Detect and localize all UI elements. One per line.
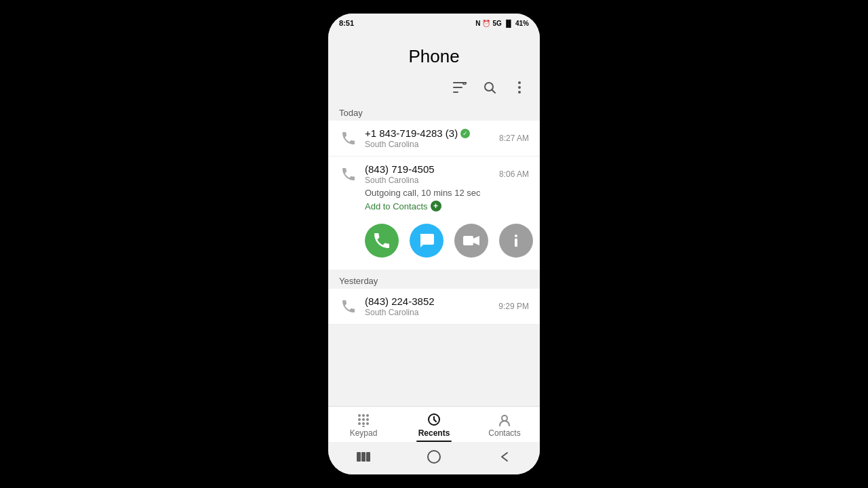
svg-line-5 bbox=[492, 90, 496, 94]
svg-rect-24 bbox=[357, 452, 361, 462]
call-number-3: (843) 224-3852 bbox=[365, 296, 498, 307]
nfc-icon: N bbox=[475, 20, 480, 27]
verified-icon-1: ✓ bbox=[460, 129, 470, 138]
info-action-button[interactable] bbox=[499, 224, 533, 258]
svg-rect-26 bbox=[366, 452, 370, 462]
nav-contacts[interactable]: Contacts bbox=[469, 407, 540, 442]
call-item-2-main: (843) 719-4505 South Carolina 8:06 AM bbox=[339, 163, 529, 185]
svg-point-15 bbox=[358, 418, 361, 421]
call-time-2: 8:06 AM bbox=[499, 169, 529, 179]
nav-recents-label: Recents bbox=[418, 428, 450, 438]
svg-point-20 bbox=[366, 422, 369, 425]
call-info-2: (843) 719-4505 South Carolina bbox=[365, 163, 499, 185]
signal-icon: ▐▌ bbox=[504, 20, 513, 27]
call-location-2: South Carolina bbox=[365, 176, 499, 185]
more-options-icon[interactable] bbox=[510, 78, 529, 97]
svg-point-12 bbox=[358, 414, 361, 417]
svg-point-10 bbox=[515, 235, 517, 237]
call-phone-icon-1 bbox=[339, 129, 358, 148]
call-item-1-main: +1 843-719-4283 (3) ✓ South Carolina 8:2… bbox=[339, 127, 529, 149]
svg-rect-2 bbox=[453, 92, 458, 93]
svg-point-13 bbox=[362, 414, 365, 417]
alarm-icon: ⏰ bbox=[482, 20, 490, 27]
call-time-3: 9:29 PM bbox=[498, 302, 529, 311]
call-time-1: 8:27 AM bbox=[499, 134, 529, 143]
status-bar: 8:51 N ⏰ 5G ▐▌ 41% bbox=[328, 14, 540, 30]
nav-contacts-label: Contacts bbox=[488, 428, 520, 438]
nav-back[interactable] bbox=[495, 447, 514, 466]
svg-point-18 bbox=[358, 422, 361, 425]
call-detail-text: Outgoing call, 10 mins 12 sec bbox=[365, 188, 529, 198]
svg-point-6 bbox=[518, 81, 521, 84]
svg-point-8 bbox=[518, 91, 521, 94]
svg-point-16 bbox=[362, 418, 365, 421]
app-title: Phone bbox=[328, 30, 540, 78]
call-item-3-main: (843) 224-3852 South Carolina 9:29 PM bbox=[339, 296, 529, 317]
app-content: Phone bbox=[328, 30, 540, 442]
call-phone-icon-2 bbox=[339, 165, 358, 184]
svg-point-23 bbox=[502, 415, 507, 421]
phone-frame: 8:51 N ⏰ 5G ▐▌ 41% Phone bbox=[328, 14, 540, 474]
call-number-2: (843) 719-4505 bbox=[365, 163, 499, 175]
nav-keypad-label: Keypad bbox=[350, 428, 378, 438]
nav-home[interactable] bbox=[425, 447, 443, 466]
battery-level: 41% bbox=[515, 20, 529, 27]
call-phone-icon-3 bbox=[339, 297, 358, 316]
add-contacts-plus-icon: + bbox=[431, 201, 441, 211]
toolbar bbox=[328, 78, 540, 102]
svg-point-27 bbox=[428, 451, 440, 463]
action-buttons bbox=[339, 221, 533, 263]
call-location-3: South Carolina bbox=[365, 308, 498, 317]
svg-rect-9 bbox=[463, 236, 473, 245]
add-to-contacts-button[interactable]: Add to Contacts + bbox=[365, 201, 529, 211]
svg-point-7 bbox=[518, 86, 521, 89]
call-info-1: +1 843-719-4283 (3) ✓ South Carolina bbox=[365, 127, 499, 149]
svg-rect-25 bbox=[361, 452, 366, 462]
section-today: Today bbox=[328, 102, 540, 121]
filter-icon[interactable] bbox=[450, 78, 469, 97]
nav-recents[interactable]: Recents bbox=[399, 407, 469, 442]
call-extra-2: Outgoing call, 10 mins 12 sec Add to Con… bbox=[339, 185, 529, 221]
call-item-3[interactable]: (843) 224-3852 South Carolina 9:29 PM bbox=[328, 289, 540, 325]
nav-recent-apps[interactable] bbox=[354, 447, 373, 466]
nav-keypad[interactable]: Keypad bbox=[328, 407, 399, 442]
svg-point-17 bbox=[366, 418, 369, 421]
system-bar bbox=[328, 442, 540, 474]
call-location-1: South Carolina bbox=[365, 140, 499, 149]
status-icons: N ⏰ 5G ▐▌ 41% bbox=[475, 20, 529, 27]
section-yesterday: Yesterday bbox=[328, 270, 540, 289]
svg-rect-0 bbox=[453, 82, 467, 83]
call-item-2[interactable]: (843) 719-4505 South Carolina 8:06 AM Ou… bbox=[328, 157, 540, 270]
call-item-1[interactable]: +1 843-719-4283 (3) ✓ South Carolina 8:2… bbox=[328, 121, 540, 157]
svg-point-21 bbox=[362, 426, 365, 427]
call-info-3: (843) 224-3852 South Carolina bbox=[365, 296, 498, 317]
message-action-button[interactable] bbox=[410, 224, 443, 258]
svg-rect-11 bbox=[515, 239, 517, 247]
video-action-button[interactable] bbox=[454, 224, 488, 258]
call-action-button[interactable] bbox=[365, 224, 399, 258]
network-type: 5G bbox=[492, 20, 501, 27]
bottom-nav: Keypad Recents Contacts bbox=[328, 406, 540, 442]
svg-rect-1 bbox=[453, 87, 462, 88]
svg-point-14 bbox=[366, 414, 369, 417]
call-number-1: +1 843-719-4283 (3) ✓ bbox=[365, 127, 499, 139]
search-icon[interactable] bbox=[480, 78, 499, 97]
call-list: Today +1 843-719-4283 (3) ✓ South Ca bbox=[328, 102, 540, 406]
status-time: 8:51 bbox=[339, 19, 354, 27]
add-contacts-label: Add to Contacts bbox=[365, 201, 428, 211]
svg-point-19 bbox=[362, 422, 365, 425]
